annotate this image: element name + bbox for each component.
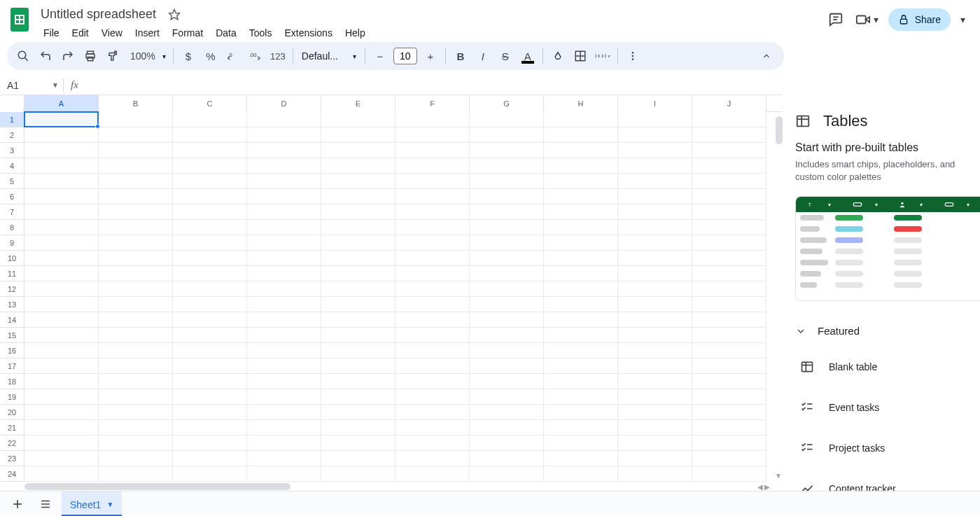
cell[interactable] [544,451,618,466]
col-head[interactable]: I [618,95,692,112]
cell[interactable] [24,451,99,466]
cell[interactable] [692,405,766,420]
cell[interactable] [470,466,544,482]
cell[interactable] [99,405,173,420]
cell[interactable] [618,343,692,358]
cell[interactable] [692,251,766,266]
cell[interactable] [470,343,544,358]
cell[interactable] [247,312,321,328]
row-head[interactable]: 23 [0,451,24,466]
cell[interactable] [24,389,99,405]
cell[interactable] [618,466,692,482]
cell[interactable] [470,312,544,328]
cell[interactable] [173,312,247,328]
cell[interactable] [618,312,692,328]
cell[interactable] [544,435,618,451]
cell[interactable] [470,112,544,127]
increase-font-size-button[interactable]: + [420,46,441,67]
cell[interactable] [321,297,396,312]
cell[interactable] [173,112,247,127]
row-head[interactable]: 16 [0,343,24,358]
cell[interactable] [396,358,470,374]
row-head[interactable]: 8 [0,220,24,235]
cell[interactable] [396,343,470,358]
decrease-decimal-icon[interactable]: .0 [223,46,244,67]
cell[interactable] [99,358,173,374]
cell[interactable] [173,158,247,174]
cell[interactable] [99,174,173,189]
cell[interactable] [321,312,396,328]
cell[interactable] [99,251,173,266]
template-blank-table[interactable]: Blank table [783,347,980,387]
cell[interactable] [321,220,396,235]
cell[interactable] [247,343,321,358]
search-menu-icon[interactable] [13,46,34,67]
cell[interactable] [173,143,247,158]
row-head[interactable]: 15 [0,328,24,343]
cell[interactable] [396,297,470,312]
cell[interactable] [24,420,99,435]
cell[interactable] [470,389,544,405]
cell[interactable] [618,405,692,420]
cell[interactable] [470,189,544,204]
cell[interactable] [396,189,470,204]
cell[interactable] [247,266,321,281]
cell[interactable] [321,466,396,482]
menu-help[interactable]: Help [340,25,371,41]
cell[interactable] [321,420,396,435]
cell[interactable] [99,112,173,127]
print-icon[interactable] [80,46,101,67]
cell[interactable] [470,435,544,451]
col-head[interactable]: E [321,95,396,112]
cell[interactable] [470,204,544,220]
cell[interactable] [692,220,766,235]
bold-button[interactable]: B [450,46,471,67]
cell[interactable] [692,112,766,127]
cell[interactable] [618,112,692,127]
cell[interactable] [321,235,396,251]
cell[interactable] [99,266,173,281]
cell[interactable] [247,251,321,266]
cell[interactable] [618,235,692,251]
row-head[interactable]: 22 [0,435,24,451]
cell[interactable] [618,266,692,281]
col-head[interactable]: A [24,95,99,112]
name-box[interactable]: A1 ▼ [0,76,63,95]
cell[interactable] [99,143,173,158]
cell[interactable] [247,297,321,312]
cell[interactable] [99,220,173,235]
cell[interactable] [692,358,766,374]
cell[interactable] [544,143,618,158]
cell[interactable] [99,127,173,143]
more-formats-button[interactable]: 123 [267,46,288,67]
cell[interactable] [396,374,470,389]
text-color-button[interactable]: A [517,46,538,67]
row-head[interactable]: 18 [0,374,24,389]
cell[interactable] [321,328,396,343]
cell[interactable] [99,158,173,174]
cell[interactable] [396,281,470,297]
cell[interactable] [321,127,396,143]
cell[interactable] [470,127,544,143]
cell[interactable] [396,174,470,189]
cell[interactable] [321,266,396,281]
cell[interactable] [692,420,766,435]
cell[interactable] [24,312,99,328]
cell[interactable] [470,220,544,235]
star-icon[interactable] [166,6,183,23]
cell[interactable] [99,235,173,251]
cell[interactable] [544,374,618,389]
cell[interactable] [173,127,247,143]
meet-button[interactable]: ▾ [855,12,878,27]
cell[interactable] [544,343,618,358]
cell[interactable] [544,420,618,435]
cell[interactable] [618,435,692,451]
cell[interactable] [99,374,173,389]
cell[interactable] [24,251,99,266]
cell[interactable] [470,328,544,343]
cell[interactable] [618,189,692,204]
cell[interactable] [544,466,618,482]
cell[interactable] [24,158,99,174]
cell[interactable] [470,266,544,281]
cell[interactable] [173,374,247,389]
